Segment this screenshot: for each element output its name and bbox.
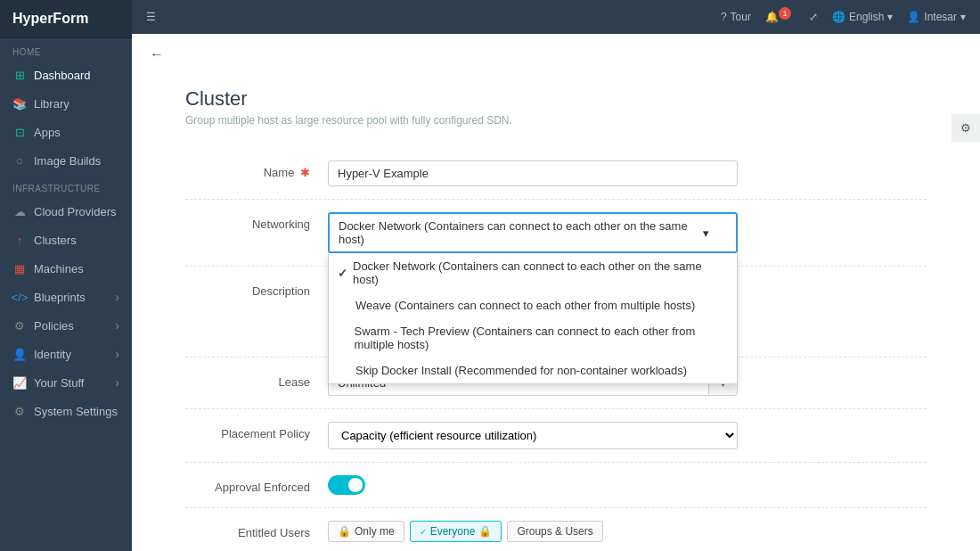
networking-option-weave[interactable]: Weave (Containers can connect to each ot…: [329, 292, 737, 318]
sidebar-label-blueprints: Blueprints: [34, 291, 86, 304]
networking-option-docker[interactable]: ✓ Docker Network (Containers can connect…: [329, 253, 737, 292]
entitled-users-label: Entitled Users: [185, 521, 328, 539]
groups-users-label: Groups & Users: [517, 525, 592, 538]
only-me-btn[interactable]: 🔒 Only me: [328, 521, 404, 542]
networking-label: Networking: [185, 212, 328, 231]
apps-icon: ⊡: [12, 125, 27, 139]
sidebar-item-apps[interactable]: ⊡ Apps: [0, 118, 132, 146]
approval-toggle-slider: [328, 475, 365, 495]
groups-users-btn[interactable]: Groups & Users: [507, 521, 602, 542]
user-menu[interactable]: 👤 Intesar ▾: [907, 11, 966, 23]
name-field: [328, 160, 738, 186]
infra-section-label: Infrastructure: [0, 175, 132, 197]
machines-icon: ▦: [12, 261, 27, 276]
sidebar-label-cloud-providers: Cloud Providers: [34, 205, 117, 218]
page-subtitle: Group multiple host as large resource po…: [185, 114, 927, 127]
back-button[interactable]: ←: [150, 46, 164, 62]
cluster-form: Cluster Group multiple host as large res…: [132, 34, 980, 551]
sidebar-item-library[interactable]: 📚 Library: [0, 89, 132, 118]
networking-dropdown: ✓ Docker Network (Containers can connect…: [328, 253, 738, 384]
library-icon: 📚: [12, 96, 27, 111]
networking-option-skip[interactable]: Skip Docker Install (Recommended for non…: [329, 358, 737, 383]
user-label: Intesar: [924, 11, 957, 23]
only-me-label: Only me: [355, 525, 395, 538]
tour-label: Tour: [731, 11, 751, 23]
description-label: Description: [185, 279, 328, 298]
settings-gear-button[interactable]: ⚙: [951, 114, 980, 142]
placement-label: Placement Policy: [185, 422, 328, 440]
your-stuff-icon: 📈: [12, 375, 27, 390]
sidebar-item-policies[interactable]: ⚙ Policies: [0, 311, 132, 340]
system-settings-icon: ⚙: [12, 404, 27, 418]
networking-wrapper: Docker Network (Containers can connect t…: [328, 212, 738, 253]
sidebar-label-apps: Apps: [34, 126, 61, 139]
clusters-icon: ↑: [12, 233, 27, 247]
language-selector[interactable]: 🌐 English ▾: [832, 11, 893, 23]
approval-label: Approval Enforced: [185, 475, 328, 494]
required-indicator: ✱: [300, 166, 310, 179]
content-area: ← ⚙ Cluster Group multiple host as large…: [132, 34, 980, 551]
networking-field: Docker Network (Containers can connect t…: [328, 212, 738, 253]
topbar: ☰ ? Tour 🔔 1 ⤢ 🌐 English ▾ 👤 Intesar ▾: [132, 0, 980, 34]
sidebar-label-policies: Policies: [34, 319, 74, 333]
placement-select[interactable]: Capacity (efficient resource utilization…: [328, 422, 738, 449]
expand-icon: ⤢: [809, 11, 818, 23]
tour-link[interactable]: ? Tour: [721, 11, 751, 23]
everyone-label: Everyone: [430, 525, 476, 538]
name-label: Name ✱: [185, 160, 328, 179]
language-chevron-icon: ▾: [887, 11, 893, 23]
sidebar-label-system-settings: System Settings: [34, 405, 118, 418]
approval-row: Approval Enforced: [185, 463, 927, 508]
home-section-label: Home: [0, 38, 132, 61]
networking-select-display[interactable]: Docker Network (Containers can connect t…: [328, 212, 738, 253]
identity-icon: 👤: [12, 347, 27, 361]
sidebar-item-identity[interactable]: 👤 Identity: [0, 340, 132, 368]
sidebar-item-your-stuff[interactable]: 📈 Your Stuff: [0, 368, 132, 397]
bell-icon: 🔔: [765, 11, 779, 23]
blueprints-icon: </>: [12, 290, 27, 304]
sidebar-item-cloud-providers[interactable]: ☁ Cloud Providers: [0, 197, 132, 226]
networking-row: Networking Docker Network (Containers ca…: [185, 200, 927, 267]
sidebar-item-system-settings[interactable]: ⚙ System Settings: [0, 397, 132, 425]
approval-field: [328, 475, 738, 495]
sidebar-item-clusters[interactable]: ↑ Clusters: [0, 226, 132, 254]
image-builds-icon: ○: [12, 153, 27, 168]
name-input[interactable]: [328, 160, 738, 186]
lock-icon-everyone: 🔒: [478, 525, 492, 538]
notifications-btn[interactable]: 🔔 1: [765, 11, 795, 23]
check-icon: ✓: [338, 267, 347, 280]
user-chevron-icon: ▾: [960, 11, 966, 23]
sidebar-label-dashboard: Dashboard: [34, 69, 91, 82]
entitled-users-row: Entitled Users 🔒 Only me ✓ Everyone 🔒: [185, 508, 927, 551]
notification-badge: 1: [779, 7, 791, 20]
networking-option-swarm[interactable]: Swarm - Tech Preview (Containers can con…: [329, 318, 737, 358]
language-label: English: [849, 11, 884, 23]
user-icon: 👤: [907, 11, 920, 23]
sidebar: HyperForm Home ⊞ Dashboard 📚 Library ⊡ A…: [0, 0, 132, 551]
sidebar-item-dashboard[interactable]: ⊞ Dashboard: [0, 61, 132, 89]
sidebar-item-image-builds[interactable]: ○ Image Builds: [0, 146, 132, 175]
sidebar-label-image-builds: Image Builds: [34, 154, 101, 168]
entitled-users-group: 🔒 Only me ✓ Everyone 🔒 Groups & Users: [328, 521, 738, 542]
policies-icon: ⚙: [12, 318, 27, 333]
sidebar-label-your-stuff: Your Stuff: [34, 376, 84, 390]
sidebar-item-machines[interactable]: ▦ Machines: [0, 254, 132, 283]
cloud-icon: ☁: [12, 204, 27, 218]
hamburger-menu[interactable]: ☰: [146, 11, 156, 23]
sidebar-label-clusters: Clusters: [34, 234, 77, 247]
globe-icon: 🌐: [832, 11, 845, 23]
dashboard-icon: ⊞: [12, 68, 27, 82]
sidebar-label-identity: Identity: [34, 348, 71, 361]
sidebar-label-library: Library: [34, 97, 69, 111]
tour-icon: ?: [721, 11, 727, 23]
sidebar-item-blueprints[interactable]: </> Blueprints: [0, 283, 132, 311]
networking-selected-text: Docker Network (Containers can connect t…: [339, 219, 703, 246]
placement-field: Capacity (efficient resource utilization…: [328, 422, 738, 449]
check-icon: ✓: [420, 527, 427, 537]
approval-toggle[interactable]: [328, 475, 365, 495]
expand-btn[interactable]: ⤢: [809, 11, 818, 23]
entitled-users-field: 🔒 Only me ✓ Everyone 🔒 Groups & Users: [328, 521, 738, 542]
name-row: Name ✱: [185, 148, 927, 200]
everyone-btn[interactable]: ✓ Everyone 🔒: [410, 521, 502, 542]
placement-row: Placement Policy Capacity (efficient res…: [185, 409, 927, 463]
